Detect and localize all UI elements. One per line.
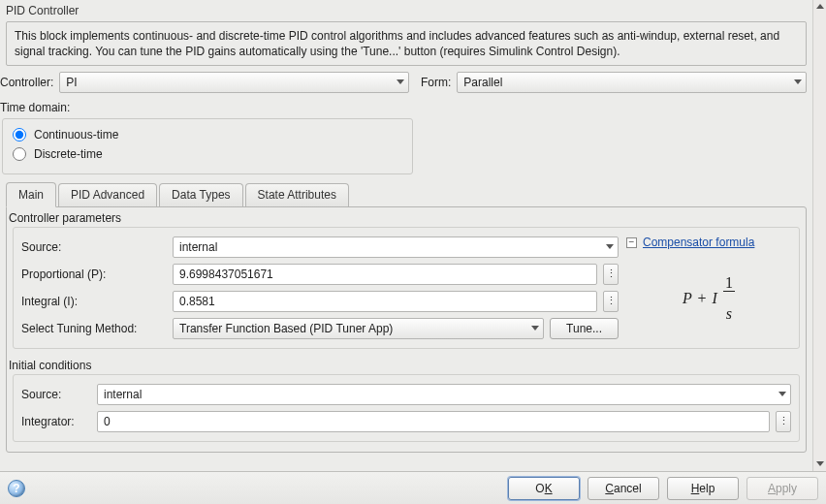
formula-i: I [712, 290, 716, 306]
tab-state-attributes[interactable]: State Attributes [245, 183, 349, 206]
ic-integrator-label: Integrator: [21, 415, 91, 428]
cp-source-select-value: internal [179, 240, 217, 254]
controller-parameters-title: Controller parameters [7, 207, 806, 227]
cp-tuning-select[interactable]: Transfer Function Based (PID Tuner App) [173, 318, 544, 339]
cp-p-label: Proportional (P): [21, 268, 167, 281]
tab-main[interactable]: Main [6, 182, 56, 207]
cancel-button[interactable]: Cancel [588, 477, 659, 500]
cancel-mn: C [605, 482, 614, 495]
continuous-time-radio[interactable]: Continuous-time [13, 125, 402, 144]
apply-post: pply [776, 482, 797, 495]
time-domain-fieldset: Continuous-time Discrete-time [2, 118, 413, 174]
formula-den: s [723, 306, 735, 322]
cp-i-value: 0.8581 [179, 295, 215, 308]
form-select-value: Parallel [463, 76, 502, 89]
ic-source-label: Source: [21, 388, 91, 401]
continuous-time-radio-label: Continuous-time [34, 128, 118, 142]
continuous-time-radio-input[interactable] [13, 128, 26, 142]
help-mn: H [691, 482, 700, 495]
tab-data-types[interactable]: Data Types [159, 183, 242, 206]
scroll-down-icon[interactable] [813, 457, 826, 471]
block-title: PID Controller [0, 0, 812, 19]
compensator-formula: P + I 1 s [626, 282, 791, 317]
dialog-button-bar: ? OK Cancel Help Apply [0, 471, 826, 504]
block-description: This block implements continuous- and di… [6, 21, 807, 66]
apply-button: Apply [747, 477, 818, 500]
tab-panel-main: Controller parameters Source: internal P… [6, 206, 807, 453]
compensator-collapse-icon[interactable]: − [626, 237, 637, 248]
ic-integrator-actions-button[interactable]: ⋮ [776, 411, 791, 432]
cp-p-value: 9.6998437051671 [179, 268, 273, 281]
tune-button[interactable]: Tune... [550, 318, 619, 339]
discrete-time-radio[interactable]: Discrete-time [13, 144, 402, 164]
cp-source-label: Source: [21, 240, 167, 254]
formula-num: 1 [723, 275, 735, 292]
initial-conditions-title: Initial conditions [7, 355, 806, 374]
ic-integrator-value: 0 [104, 415, 111, 428]
discrete-time-radio-label: Discrete-time [34, 147, 103, 161]
controller-select-value: PI [66, 76, 77, 89]
ic-source-select-value: internal [104, 388, 142, 401]
form-select[interactable]: Parallel [457, 72, 807, 93]
scroll-up-icon[interactable] [813, 0, 826, 14]
ic-source-select[interactable]: internal [97, 384, 791, 405]
ok-button[interactable]: OK [508, 477, 580, 500]
chevron-down-icon [794, 79, 802, 85]
formula-p: P [683, 290, 691, 306]
controller-select[interactable]: PI [59, 72, 409, 93]
time-domain-label: Time domain: [0, 97, 812, 118]
controller-parameters-box: Source: internal Proportional (P): 9.699… [13, 227, 800, 349]
chevron-down-icon [778, 392, 786, 397]
cp-source-select[interactable]: internal [173, 236, 619, 258]
chevron-down-icon [397, 79, 404, 85]
ok-mn: K [545, 482, 553, 495]
tab-pid-advanced[interactable]: PID Advanced [58, 183, 157, 206]
apply-mn: A [768, 482, 776, 495]
context-help-icon[interactable]: ? [8, 480, 25, 497]
ic-integrator-input[interactable]: 0 [97, 411, 770, 432]
cp-i-actions-button[interactable]: ⋮ [603, 291, 619, 312]
cp-p-input[interactable]: 9.6998437051671 [173, 264, 597, 285]
compensator-formula-link[interactable]: Compensator formula [643, 236, 754, 249]
initial-conditions-box: Source: internal Integrator: 0 ⋮ [13, 374, 800, 442]
cp-tuning-select-value: Transfer Function Based (PID Tuner App) [179, 322, 393, 335]
discrete-time-radio-input[interactable] [13, 147, 26, 161]
cp-tuning-label: Select Tuning Method: [21, 322, 167, 335]
form-label: Form: [421, 76, 451, 89]
controller-label: Controller: [0, 76, 53, 89]
chevron-down-icon [531, 326, 539, 331]
formula-plus: + [695, 290, 708, 306]
vertical-scrollbar[interactable] [812, 0, 826, 471]
chevron-down-icon [606, 244, 614, 250]
cancel-post: ancel [614, 482, 642, 495]
tabstrip: Main PID Advanced Data Types State Attri… [6, 182, 807, 206]
help-button[interactable]: Help [667, 477, 739, 500]
help-post: elp [699, 482, 715, 495]
ok-pre: O [535, 482, 544, 495]
cp-i-label: Integral (I): [21, 295, 167, 308]
cp-i-input[interactable]: 0.8581 [173, 291, 597, 312]
cp-p-actions-button[interactable]: ⋮ [603, 264, 619, 285]
